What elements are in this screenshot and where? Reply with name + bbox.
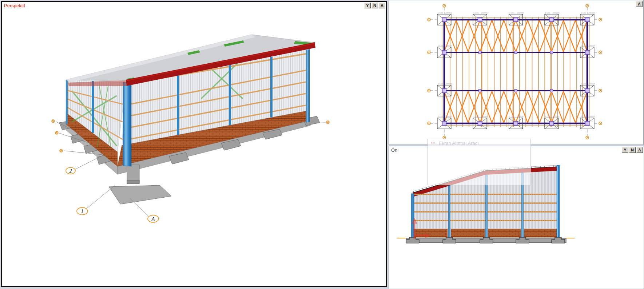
viewport-buttons: Y N Λ bbox=[364, 3, 385, 8]
svg-text:200000: 200000 bbox=[588, 83, 595, 85]
svg-text:1 C01: 1 C01 bbox=[581, 44, 586, 47]
viewport-buttons: Λ bbox=[636, 1, 643, 7]
svg-text:200000: 200000 bbox=[517, 115, 524, 118]
viewport-perspective[interactable]: Perspektif Y N Λ bbox=[1, 1, 387, 287]
svg-text:1 C01: 1 C01 bbox=[438, 115, 443, 118]
bubble-A: A bbox=[151, 216, 155, 222]
building-3d-view: 2 1 A bbox=[2, 2, 386, 286]
svg-text:1 C01: 1 C01 bbox=[438, 44, 443, 47]
viewport-plan[interactable]: Λ 1 C012000001 C012000001 C012000001 C01… bbox=[389, 0, 644, 145]
svg-text:1 C01: 1 C01 bbox=[473, 12, 479, 14]
snipping-tool-title: Ekran Alıntısı Aracı bbox=[439, 140, 479, 146]
viewport-title: Perspektif bbox=[4, 3, 25, 8]
svg-text:1 C01: 1 C01 bbox=[473, 115, 479, 118]
filter-button[interactable]: Y bbox=[364, 3, 371, 8]
svg-text:1 C01: 1 C01 bbox=[581, 115, 586, 118]
svg-text:200000: 200000 bbox=[588, 12, 595, 14]
svg-text:1 C01: 1 C01 bbox=[581, 83, 586, 85]
svg-text:200000: 200000 bbox=[445, 12, 452, 14]
snipping-tool-titlebar: ✂ Ekran Alıntısı Aracı bbox=[428, 139, 530, 147]
svg-text:1 C01: 1 C01 bbox=[545, 12, 550, 14]
viewport-buttons: Y N Λ bbox=[622, 147, 643, 153]
structural-plan-drawing: 1 C012000001 C012000001 C012000001 C0120… bbox=[389, 0, 643, 144]
svg-text:1 C01: 1 C01 bbox=[581, 12, 586, 14]
corner-column bbox=[123, 82, 131, 166]
svg-text:200000: 200000 bbox=[517, 12, 524, 14]
svg-text:1 C01: 1 C01 bbox=[509, 115, 515, 118]
svg-text:200000: 200000 bbox=[481, 12, 488, 14]
svg-text:200000: 200000 bbox=[588, 115, 595, 118]
bubble-2: 2 bbox=[69, 168, 72, 174]
up-button[interactable]: Λ bbox=[636, 147, 643, 153]
svg-text:200000: 200000 bbox=[445, 44, 452, 47]
cad-workspace: Perspektif Y N Λ bbox=[0, 0, 644, 289]
scissors-icon: ✂ bbox=[431, 140, 435, 146]
snipping-tool-ghost-window: ✂ Ekran Alıntısı Aracı bbox=[428, 139, 531, 185]
svg-text:200000: 200000 bbox=[481, 115, 488, 118]
svg-text:200000: 200000 bbox=[445, 83, 452, 85]
svg-text:200000: 200000 bbox=[553, 115, 559, 118]
viewport-title: Ön bbox=[391, 147, 397, 153]
bubble-1: 1 bbox=[81, 209, 84, 214]
svg-text:200000: 200000 bbox=[553, 12, 559, 14]
up-button[interactable]: Λ bbox=[379, 3, 385, 8]
svg-text:200000: 200000 bbox=[588, 44, 595, 47]
svg-text:1 C01: 1 C01 bbox=[545, 115, 550, 118]
svg-text:1 C01: 1 C01 bbox=[438, 12, 443, 14]
normal-button[interactable]: N bbox=[371, 3, 378, 8]
svg-text:1 C01: 1 C01 bbox=[438, 83, 443, 85]
svg-text:1 C01: 1 C01 bbox=[509, 12, 515, 14]
up-button[interactable]: Λ bbox=[636, 1, 643, 7]
svg-text:200000: 200000 bbox=[445, 115, 452, 118]
filter-button[interactable]: Y bbox=[622, 147, 628, 153]
normal-button[interactable]: N bbox=[629, 147, 636, 153]
